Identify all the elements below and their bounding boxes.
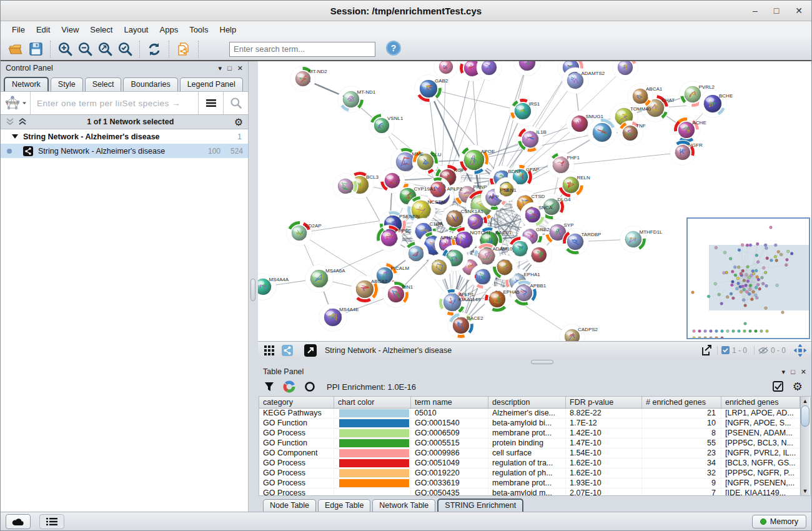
tab-node-table[interactable]: Node Table xyxy=(263,499,316,512)
network-options-gear-icon[interactable]: ⚙ xyxy=(234,116,243,128)
zoom-fit-button[interactable] xyxy=(95,40,115,59)
string-protein-query-selector[interactable]: STRING xyxy=(1,92,31,114)
table-row[interactable]: GO ProcessGO:0033619membrane prot...1.93… xyxy=(259,479,800,489)
scroll-down-arrow[interactable]: ▼ xyxy=(802,488,808,494)
tab-select[interactable]: Select xyxy=(85,77,122,91)
tab-network-table[interactable]: Network Table xyxy=(372,499,435,512)
menu-tools[interactable]: Tools xyxy=(184,22,213,37)
horizontal-splitter[interactable] xyxy=(258,359,811,366)
pan-tool-button[interactable] xyxy=(793,344,808,357)
protein-node[interactable] xyxy=(514,61,540,76)
menu-file[interactable]: File xyxy=(7,22,30,37)
string-options-button[interactable] xyxy=(198,92,223,114)
zoom-selected-button[interactable] xyxy=(115,40,135,59)
scrollbar-thumb[interactable] xyxy=(801,405,810,427)
protein-node[interactable] xyxy=(333,174,358,199)
column-header-term-name[interactable]: term name xyxy=(411,397,488,408)
task-list-button[interactable] xyxy=(39,514,64,529)
enrichment-chart-icon[interactable] xyxy=(283,380,295,393)
table-scrollbar[interactable]: ▲ ▼ xyxy=(800,397,810,495)
string-search-button[interactable] xyxy=(223,92,248,114)
table-row[interactable]: GO FunctionGO:0005515protein binding1.47… xyxy=(259,439,800,449)
memory-button[interactable]: Memory xyxy=(752,515,806,529)
tab-string-enrichment[interactable]: STRING Enrichment xyxy=(437,499,523,512)
table-row[interactable]: GO ProcessGO:0006509membrane prot...1.42… xyxy=(259,429,800,439)
panel-close-button[interactable]: ✕ xyxy=(801,368,806,376)
column-header-fdr-p-value[interactable]: FDR p-value xyxy=(566,397,642,408)
table-row[interactable]: GO ProcessGO:0051049regulation of tra...… xyxy=(259,459,800,469)
network-collection-row[interactable]: String Network - Alzheimer's disease 1 xyxy=(1,129,248,144)
splitter-grip[interactable] xyxy=(531,360,553,364)
menu-edit[interactable]: Edit xyxy=(31,22,55,37)
menu-view[interactable]: View xyxy=(56,22,84,37)
panel-close-button[interactable]: ✕ xyxy=(237,64,243,72)
zoom-out-button[interactable] xyxy=(75,40,95,59)
column-header-chart-color[interactable]: chart color xyxy=(334,397,411,408)
panel-float-button[interactable]: □ xyxy=(791,368,795,375)
protein-node[interactable] xyxy=(613,61,638,80)
table-row[interactable]: GO ComponentGO:0009986cell surface1.54E-… xyxy=(259,449,800,459)
protein-node[interactable] xyxy=(527,242,552,267)
menu-layout[interactable]: Layout xyxy=(119,22,153,37)
protein-node[interactable] xyxy=(380,168,405,193)
protein-node[interactable] xyxy=(588,118,616,147)
cell-category: GO Function xyxy=(259,419,334,428)
import-network-button[interactable] xyxy=(174,40,194,59)
scroll-up-arrow[interactable]: ▲ xyxy=(802,398,808,404)
table-row[interactable]: GO FunctionGO:0001540beta-amyloid bi...1… xyxy=(259,419,800,429)
navigator-node xyxy=(785,264,788,267)
cell-category: GO Component xyxy=(259,449,334,458)
network-row-selected[interactable]: String Network - Alzheimer's disease 100… xyxy=(1,144,248,158)
tab-edge-table[interactable]: Edge Table xyxy=(318,499,370,512)
navigator-viewport[interactable] xyxy=(709,245,809,310)
table-row[interactable]: KEGG Pathways05010Alzheimer's dise...8.8… xyxy=(259,409,800,419)
open-file-button[interactable] xyxy=(6,40,26,59)
birdseye-navigator[interactable] xyxy=(686,217,810,339)
select-terms-checkbox-icon[interactable] xyxy=(773,381,784,392)
cloud-tasks-button[interactable] xyxy=(6,514,31,529)
column-header-enriched-genes[interactable]: enriched genes xyxy=(721,397,800,408)
network-canvas[interactable]: MT-ND2MT-ND1VSNL1GAB2ADAMTS2PVRL2TOMM40S… xyxy=(258,61,811,341)
column-header-category[interactable]: category xyxy=(259,397,334,408)
protein-node[interactable] xyxy=(470,264,495,289)
filter-funnel-icon[interactable] xyxy=(264,382,274,392)
protein-node[interactable] xyxy=(434,61,458,79)
tab-boundaries[interactable]: Boundaries xyxy=(123,77,177,91)
set-species-label[interactable]: Set species → xyxy=(122,99,198,108)
menu-apps[interactable]: Apps xyxy=(155,22,184,37)
splitter-grip[interactable] xyxy=(250,279,255,301)
ring-chart-icon[interactable] xyxy=(304,381,315,392)
menu-select[interactable]: Select xyxy=(85,22,117,37)
minimize-button[interactable]: – xyxy=(753,6,758,16)
tab-network[interactable]: Network xyxy=(4,77,49,91)
column-header--enriched-genes[interactable]: # enriched genes xyxy=(642,397,721,408)
panel-collapse-button[interactable]: ▾ xyxy=(219,64,222,72)
table-settings-gear-icon[interactable]: ⚙ xyxy=(793,380,803,394)
string-term-input[interactable] xyxy=(31,99,122,108)
tree-expander-icon[interactable] xyxy=(12,134,18,139)
refresh-button[interactable] xyxy=(144,40,164,59)
panel-float-button[interactable]: □ xyxy=(227,64,232,72)
protein-node[interactable] xyxy=(404,241,428,266)
search-input[interactable] xyxy=(229,42,375,57)
open-in-window-button[interactable] xyxy=(303,344,318,357)
save-session-button[interactable] xyxy=(26,40,46,59)
menu-help[interactable]: Help xyxy=(215,22,242,37)
table-row[interactable]: GO ProcessGO:0050435beta-amyloid m...2.0… xyxy=(259,489,800,495)
share-view-button[interactable] xyxy=(280,344,295,357)
zoom-in-button[interactable] xyxy=(55,40,75,59)
close-button[interactable]: ✕ xyxy=(795,6,803,16)
grid-view-button[interactable] xyxy=(262,344,277,357)
tab-style[interactable]: Style xyxy=(51,77,83,91)
help-button[interactable]: ? xyxy=(385,40,402,58)
column-header-description[interactable]: description xyxy=(488,397,566,408)
export-network-button[interactable] xyxy=(699,344,714,357)
protein-node[interactable] xyxy=(427,255,452,280)
panel-collapse-button[interactable]: ▾ xyxy=(782,368,786,376)
maximize-button[interactable]: □ xyxy=(774,6,779,16)
table-row[interactable]: GO ProcessGO:0019220regulation of ph...1… xyxy=(259,469,800,479)
collapse-all-icon[interactable] xyxy=(6,118,14,126)
tab-legend-panel[interactable]: Legend Panel xyxy=(180,77,243,91)
vertical-splitter[interactable] xyxy=(249,61,258,512)
expand-all-icon[interactable] xyxy=(18,118,27,126)
